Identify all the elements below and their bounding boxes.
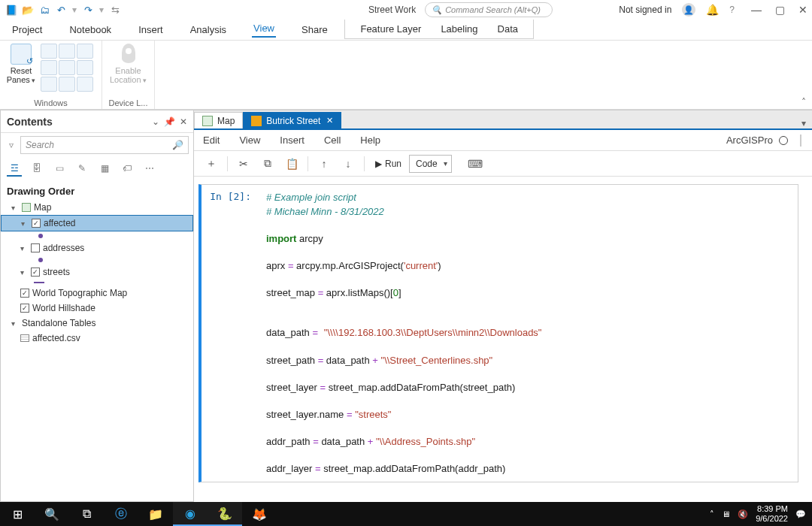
tree-table-affected-csv[interactable]: affected.csv [1, 331, 193, 346]
ribbon-tab-project[interactable]: Project [11, 24, 44, 35]
ribbon-tab-share[interactable]: Share [300, 24, 329, 35]
filter-icon[interactable]: ▿ [5, 140, 17, 150]
view-selection-icon[interactable]: ▭ [52, 162, 67, 177]
tree-sym-streets[interactable] [1, 280, 193, 286]
window-close[interactable]: ✕ [798, 4, 807, 16]
qat-print-icon[interactable]: 🗂 [38, 3, 51, 17]
ribbon-tab-insert[interactable]: Insert [137, 24, 165, 35]
contents-search[interactable]: Search 🔎 [20, 136, 189, 154]
nb-menu-view[interactable]: View [239, 135, 260, 146]
nb-menu-edit[interactable]: Edit [203, 135, 220, 146]
nb-menu-help[interactable]: Help [360, 135, 380, 146]
pane-btn-5[interactable] [59, 60, 75, 75]
taskbar-explorer-icon[interactable]: 📁 [138, 502, 173, 526]
nb-keyboard-icon[interactable]: ⌨ [464, 154, 486, 174]
taskbar-search-icon[interactable]: 🔍 [35, 502, 69, 526]
kernel-status-icon[interactable] [779, 136, 788, 145]
context-tab-feature-layer[interactable]: Feature Layer [360, 23, 421, 35]
nb-paste-icon[interactable]: 📋 [280, 154, 303, 174]
enable-location-button[interactable]: Enable Location ▾ [107, 44, 150, 84]
tree-map[interactable]: ▾ Map [1, 200, 193, 215]
pane-btn-3[interactable] [77, 44, 93, 59]
view-tab-map[interactable]: Map [194, 112, 243, 128]
taskbar-ie-icon[interactable]: ⓔ [104, 502, 138, 526]
pane-btn-2[interactable] [59, 44, 75, 59]
reset-panes-button[interactable]: Reset Panes ▾ [5, 44, 38, 92]
qat-undo-icon[interactable]: ↶ [54, 3, 68, 17]
nb-move-down-icon[interactable]: ↓ [337, 154, 359, 174]
close-tab-icon[interactable]: ✕ [326, 116, 333, 125]
nb-menu-insert[interactable]: Insert [280, 135, 304, 146]
view-tab-notebook[interactable]: Butrick Street ✕ [243, 112, 341, 128]
pane-pin-icon[interactable]: 📌 [164, 116, 175, 127]
pane-btn-1[interactable] [41, 44, 57, 59]
qat-open-icon[interactable]: 📂 [21, 3, 35, 17]
expand-icon[interactable]: ▾ [21, 219, 29, 228]
pane-btn-7[interactable] [41, 77, 57, 92]
taskbar-python-icon[interactable]: 🐍 [208, 502, 242, 526]
checkbox-icon[interactable]: ✓ [31, 268, 40, 277]
expand-icon[interactable]: ▾ [20, 244, 28, 252]
view-source-icon[interactable]: 🗄 [29, 162, 44, 177]
help-icon[interactable]: ? [729, 5, 735, 15]
nb-menu-cell[interactable]: Cell [324, 135, 341, 146]
pane-btn-8[interactable] [59, 77, 75, 92]
tree-sym-affected[interactable] [1, 231, 193, 240]
taskbar-clock[interactable]: 8:39 PM 9/6/2022 [756, 504, 788, 523]
context-tab-labeling[interactable]: Labeling [441, 23, 477, 35]
view-snapping-icon[interactable]: ▦ [97, 162, 112, 177]
tray-up-icon[interactable]: ˄ [710, 509, 714, 519]
ribbon-tab-view[interactable]: View [252, 23, 276, 38]
tree-standalone-tables[interactable]: ▾ Standalone Tables [1, 316, 193, 331]
view-label-icon[interactable]: 🏷 [120, 162, 135, 177]
tree-layer-streets[interactable]: ▾ ✓ streets [1, 265, 193, 280]
pane-close-icon[interactable]: ✕ [180, 116, 187, 127]
tree-layer-addresses[interactable]: ▾ addresses [1, 240, 193, 255]
expand-icon[interactable]: ▾ [11, 204, 19, 212]
ribbon-collapse-icon[interactable]: ˄ [801, 97, 806, 107]
taskbar-firefox-icon[interactable]: 🦊 [242, 502, 277, 526]
nb-celltype-select[interactable]: Code [409, 155, 452, 173]
expand-icon[interactable]: ▾ [11, 319, 19, 328]
window-maximize[interactable]: ▢ [775, 4, 785, 16]
signin-status[interactable]: Not signed in [619, 5, 671, 15]
ribbon-tab-analysis[interactable]: Analysis [189, 24, 228, 35]
command-search[interactable]: 🔍 Command Search (Alt+Q) [425, 2, 553, 17]
tree-layer-whs[interactable]: ✓ World Hillshade [1, 301, 193, 316]
view-more-icon[interactable]: ⋯ [142, 162, 157, 177]
checkbox-icon[interactable]: ✓ [20, 289, 29, 298]
notifications-icon[interactable]: 🔔 [706, 4, 719, 16]
pane-btn-4[interactable] [41, 60, 57, 75]
tray-network-icon[interactable]: 🖥 [722, 509, 730, 518]
window-minimize[interactable]: — [751, 4, 762, 16]
ribbon-tab-notebook[interactable]: Notebook [68, 24, 113, 35]
tab-overflow-icon[interactable]: ▾ [795, 118, 812, 128]
checkbox-icon[interactable]: ✓ [32, 219, 41, 228]
tree-sym-addresses[interactable] [1, 255, 193, 265]
cell-code[interactable]: # Example join script # Michael Minn - 8… [259, 185, 798, 482]
tree-layer-wtm[interactable]: ✓ World Topographic Map [1, 286, 193, 301]
pane-btn-9[interactable] [77, 77, 93, 92]
qat-save-icon[interactable]: 📘 [5, 3, 18, 17]
nb-add-cell-icon[interactable]: ＋ [200, 154, 223, 174]
taskbar-arcgis-icon[interactable]: ◉ [173, 502, 208, 526]
tray-volume-icon[interactable]: 🔇 [738, 509, 748, 519]
nb-cut-icon[interactable]: ✂ [232, 154, 255, 174]
qat-redo-icon[interactable]: ↷ [81, 3, 95, 17]
context-tab-data[interactable]: Data [498, 23, 518, 35]
nb-run-button[interactable]: ▶ Run [369, 154, 408, 174]
pane-btn-6[interactable] [77, 60, 93, 75]
expand-icon[interactable]: ▾ [20, 268, 28, 277]
view-edit-icon[interactable]: ✎ [74, 162, 89, 177]
nb-move-up-icon[interactable]: ↑ [313, 154, 335, 174]
pane-options-icon[interactable]: ⌄ [152, 116, 159, 127]
checkbox-icon[interactable]: ✓ [20, 304, 29, 313]
task-view-icon[interactable]: ⧉ [69, 502, 104, 526]
notification-center-icon[interactable]: 💬 [795, 509, 806, 519]
qat-more-icon[interactable]: ⇆ [108, 3, 122, 17]
notebook-body[interactable]: In [2]: # Example join script # Michael … [194, 177, 812, 502]
start-button[interactable]: ⊞ [0, 502, 35, 526]
checkbox-icon[interactable] [31, 243, 40, 252]
view-drawing-order-icon[interactable]: ☲ [7, 162, 22, 177]
code-cell[interactable]: In [2]: # Example join script # Michael … [198, 184, 798, 482]
